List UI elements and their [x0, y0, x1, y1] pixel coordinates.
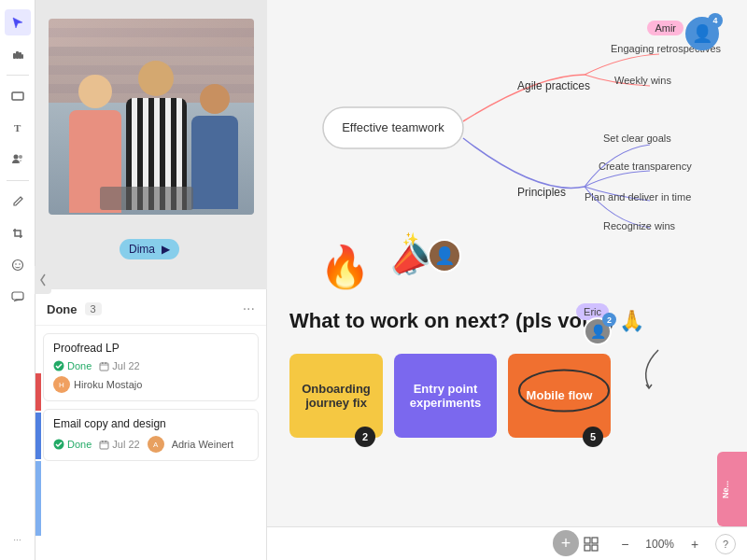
zoom-out-btn[interactable]: −	[612, 531, 638, 557]
arrow-decoration	[635, 345, 663, 396]
amir-container: Amir 👤 4	[685, 17, 719, 50]
svg-point-6	[13, 155, 18, 160]
vote-badge-1: 2	[355, 427, 375, 447]
user2-badge: 2	[602, 313, 616, 327]
task-meta-1: Done Jul 22	[53, 360, 248, 371]
photo-area: Dima ▶ 👤 1	[35, 0, 267, 289]
crop-view-btn[interactable]	[578, 531, 604, 557]
task-meta-2: Done Jul 22 A Adria Weinert	[53, 436, 248, 453]
hand-tool[interactable]	[5, 41, 31, 67]
vote-card-3-wrapper: Mobile flow 5	[508, 354, 611, 438]
amir-label: Amir	[647, 21, 684, 35]
vote-panel: 🔥 📣 ✨ 👤 What to work on next? (pls vote!…	[267, 289, 747, 560]
task-done-1: Done	[53, 360, 92, 371]
svg-rect-31	[592, 538, 598, 543]
svg-rect-4	[12, 92, 23, 100]
cursor-tool[interactable]	[5, 9, 31, 35]
add-button[interactable]: +	[553, 530, 579, 556]
chat-tool[interactable]	[5, 284, 31, 310]
emoji-tool[interactable]	[5, 252, 31, 278]
svg-point-29	[519, 370, 609, 411]
task-title-1: Proofread LP	[53, 342, 248, 355]
svg-rect-0	[13, 53, 16, 59]
task-date-2: Jul 22	[99, 439, 139, 450]
fire-emoji: 🔥	[319, 243, 371, 291]
vote-badge-3: 5	[583, 427, 603, 447]
divider	[7, 75, 29, 76]
help-btn[interactable]: ?	[715, 534, 736, 554]
vote-card-entry[interactable]: Entry point experiments	[394, 354, 497, 438]
pen-tool[interactable]	[5, 189, 31, 215]
svg-text:Weekly wins: Weekly wins	[614, 75, 671, 86]
svg-rect-27	[102, 441, 104, 442]
task-header: Done 3 ···	[35, 289, 266, 326]
task-card-2[interactable]: Email copy and design Done Jul 22 A Adri…	[43, 409, 259, 461]
sidebar: T ···	[0, 0, 35, 560]
svg-point-9	[15, 263, 17, 265]
assignee-avatar-2-inline: A	[148, 436, 164, 453]
another-avatar-circle: 👤	[428, 239, 461, 273]
svg-point-7	[19, 155, 22, 159]
vote-card-onboarding[interactable]: Onboarding journey fix	[289, 354, 383, 438]
sidebar-collapse[interactable]	[35, 266, 51, 294]
svg-text:Recognize wins: Recognize wins	[603, 220, 676, 231]
vote-card-2-wrapper: Entry point experiments	[394, 354, 497, 438]
svg-rect-11	[12, 292, 23, 300]
vote-card-mobile[interactable]: Mobile flow	[508, 354, 611, 438]
svg-rect-2	[19, 52, 21, 59]
bottom-section: Done 3 ··· Proofread LP Done Jul 22	[35, 289, 747, 560]
pink-card-partial: Ne...	[717, 452, 747, 526]
sparkle-1: ✨	[402, 231, 418, 246]
vote-card-1-wrapper: Onboarding journey fix 2	[289, 354, 383, 438]
canvas: Dima ▶ 👤 1 Effective teamwork Agile prac…	[35, 0, 747, 560]
task-done-2: Done	[53, 439, 92, 450]
svg-text:Create transparency: Create transparency	[599, 161, 692, 172]
task-header-left: Done 3	[47, 302, 102, 316]
assignee-name-2-inline: Adria Weinert	[172, 439, 233, 450]
dima-label: Dima ▶	[120, 239, 179, 259]
rectangle-tool[interactable]	[5, 83, 31, 109]
assignee-name-1: Hiroku Mostajo	[74, 379, 142, 390]
svg-rect-28	[106, 441, 107, 442]
amir-badge: 4	[708, 13, 723, 28]
zoom-in-btn[interactable]: +	[682, 531, 708, 557]
amir-avatar: 👤 4	[685, 17, 719, 50]
left-strips	[35, 373, 41, 536]
divider	[7, 180, 29, 181]
svg-rect-30	[585, 538, 590, 543]
task-date-1: Jul 22	[99, 360, 139, 371]
svg-rect-33	[592, 545, 598, 551]
task-card-1[interactable]: Proofread LP Done Jul 22 H Hiroku Mostaj…	[43, 333, 259, 401]
pink-card-label: Ne...	[717, 452, 734, 526]
svg-rect-1	[16, 51, 19, 59]
another-avatar: 👤	[428, 239, 461, 273]
strip-blue	[35, 413, 41, 459]
user2-avatar-circle-wrapper: 👤 2	[584, 317, 612, 345]
svg-rect-32	[585, 545, 590, 551]
more-options[interactable]: ···	[5, 526, 31, 553]
svg-rect-24	[106, 362, 107, 364]
user2-avatar: 👤 2	[584, 317, 612, 345]
svg-text:Agile practices: Agile practices	[517, 79, 590, 92]
svg-text:Plan and deliver in time: Plan and deliver in time	[585, 191, 691, 203]
task-count: 3	[85, 302, 102, 315]
svg-rect-3	[21, 54, 23, 59]
text-tool[interactable]: T	[5, 115, 31, 141]
users-tool[interactable]	[5, 147, 31, 173]
svg-point-10	[19, 263, 21, 265]
assignee-avatar-1: H	[53, 376, 70, 393]
svg-text:T: T	[14, 122, 21, 133]
svg-rect-22	[100, 363, 108, 371]
crop-tool[interactable]	[5, 220, 31, 246]
center-node: Effective teamwork	[342, 120, 444, 134]
svg-text:Set clear goals: Set clear goals	[603, 133, 671, 144]
task-title-2: Email copy and design	[53, 417, 248, 430]
svg-rect-26	[100, 441, 108, 449]
team-photo	[49, 19, 254, 215]
task-more-btn[interactable]: ···	[243, 301, 255, 317]
strip-red	[35, 373, 41, 411]
svg-point-8	[12, 260, 22, 271]
zoom-level: 100%	[645, 538, 674, 551]
task-panel: Done 3 ··· Proofread LP Done Jul 22	[35, 289, 267, 560]
vote-title: What to work on next? (pls vote!) 🙏	[289, 308, 725, 335]
